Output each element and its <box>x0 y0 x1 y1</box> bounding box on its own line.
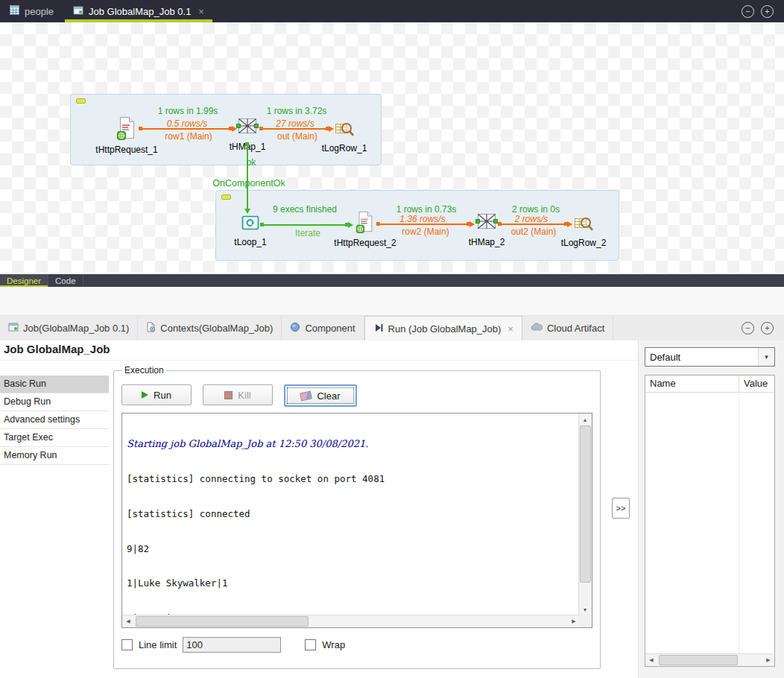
anchor-square <box>260 223 264 226</box>
job-icon <box>73 5 83 18</box>
tab-code[interactable]: Code <box>48 274 83 287</box>
context-panel: Default ▼ Name Value ◀ ▶ <box>638 340 784 678</box>
button-label: Kill <box>238 390 250 401</box>
group-collapse-handle[interactable] <box>221 194 231 200</box>
thmap-icon <box>236 115 259 139</box>
link-rate-label: 0.5 rows/s <box>167 118 208 129</box>
tab-label: Contexts(GlobalMap_Job) <box>160 323 273 334</box>
link-stat-label: 1 rows in 3.72s <box>267 106 327 116</box>
sidebar-item-basic-run[interactable]: Basic Run <box>0 376 109 393</box>
line-limit-label: Line limit <box>139 639 177 650</box>
anchor-square <box>376 222 380 226</box>
sidebar-item-target-exec[interactable]: Target Exec <box>0 429 109 447</box>
run-console[interactable]: Starting job GlobalMap_Job at 12:50 30/0… <box>121 413 592 628</box>
tab-component-view[interactable]: Component <box>282 316 364 340</box>
scroll-left-icon[interactable]: ◀ <box>645 654 657 666</box>
line-limit-checkbox[interactable] <box>121 639 133 650</box>
view-tab-bar: Job(GlobalMap_Job 0.1) Contexts(GlobalMa… <box>0 316 784 340</box>
button-label: Run <box>154 390 171 401</box>
context-dropdown[interactable]: Default ▼ <box>645 347 775 367</box>
eraser-icon <box>300 390 312 401</box>
clear-button[interactable]: Clear <box>284 384 357 407</box>
contexts-icon <box>146 322 156 335</box>
anchor-square <box>245 142 249 146</box>
scrollbar-thumb[interactable] <box>136 616 309 627</box>
run-mode-sidebar: Basic Run Debug Run Advanced settings Ta… <box>0 361 109 678</box>
maximize-icon[interactable]: + <box>761 5 774 18</box>
link-stat-label: 1 rows in 0.73s <box>396 204 457 215</box>
run-view-left: Job GlobalMap_Job Basic Run Debug Run Ad… <box>0 340 638 678</box>
scroll-right-icon[interactable]: ▶ <box>762 654 774 666</box>
console-vertical-scrollbar[interactable]: ▲ ▼ <box>578 414 592 615</box>
column-divider <box>739 392 739 654</box>
scroll-left-icon[interactable]: ◀ <box>122 615 134 627</box>
chevron-down-icon: ▼ <box>758 348 774 366</box>
column-header-name[interactable]: Name <box>645 376 739 392</box>
console-horizontal-scrollbar[interactable]: ◀ ▶ <box>122 615 580 627</box>
wrap-checkbox[interactable] <box>305 639 316 650</box>
link-name-label: out (Main) <box>277 131 317 142</box>
tab-people[interactable]: people <box>0 0 63 22</box>
component-tloop-1[interactable]: tLoop_1 <box>209 213 291 247</box>
run-icon <box>373 323 384 335</box>
talend-studio-window: people Job GlobalMap_Job 0.1 × − + t <box>0 0 784 678</box>
designer-code-bar: Designer Code <box>0 274 784 287</box>
play-icon <box>142 391 148 399</box>
expand-context-button[interactable]: >> <box>612 498 630 519</box>
sidebar-item-advanced-settings[interactable]: Advanced settings <box>0 411 109 429</box>
console-output: Starting job GlobalMap_Job at 12:50 30/0… <box>127 415 577 615</box>
scrollbar-thumb[interactable] <box>659 655 738 665</box>
tab-designer[interactable]: Designer <box>0 274 48 287</box>
sidebar-item-debug-run[interactable]: Debug Run <box>0 393 109 411</box>
expand-column: >> <box>604 361 638 678</box>
close-icon[interactable]: × <box>198 6 204 17</box>
tab-job-view[interactable]: Job(GlobalMap_Job 0.1) <box>0 316 138 340</box>
link-name-label: row1 (Main) <box>165 131 212 142</box>
column-header-value[interactable]: Value <box>739 376 774 392</box>
component-thttprequest-1[interactable]: tHttpRequest_1 <box>86 116 168 155</box>
console-line: 1|Luke Skywalker|1 <box>127 577 577 589</box>
scroll-down-icon[interactable]: ▼ <box>579 603 591 615</box>
tab-job-globalmap[interactable]: Job GlobalMap_Job 0.1 × <box>63 0 214 22</box>
component-label: tHttpRequest_1 <box>95 145 157 155</box>
sidebar-item-memory-run[interactable]: Memory Run <box>0 447 109 465</box>
component-label: tHttpRequest_2 <box>334 238 396 248</box>
execution-buttons: Run Kill Clear <box>121 384 592 407</box>
table-header: Name Value <box>645 376 774 393</box>
maximize-icon[interactable]: + <box>761 322 774 335</box>
anchor-square <box>259 127 263 130</box>
flow-link-iterate[interactable] <box>263 224 349 226</box>
component-thttprequest-2[interactable]: tHttpRequest_2 <box>324 211 406 248</box>
close-icon[interactable]: × <box>508 323 513 335</box>
context-variables-table[interactable]: Name Value ◀ ▶ <box>645 375 775 667</box>
link-stat-label: 1 rows in 1.99s <box>158 106 218 116</box>
trigger-link-oncomponentok[interactable] <box>247 144 248 209</box>
line-limit-input[interactable] <box>183 637 281 653</box>
arrowhead <box>348 222 353 228</box>
link-stat-label: 9 execs finished <box>273 204 337 215</box>
job-design-canvas[interactable]: tHttpRequest_1 tHMap_1 tLogRow_1 tLoop_1 <box>0 22 784 274</box>
table-icon <box>10 5 19 17</box>
console-options-row: Line limit Wrap <box>121 637 592 653</box>
scroll-right-icon[interactable]: ▶ <box>568 615 580 627</box>
group-collapse-handle[interactable] <box>76 98 86 104</box>
workspace-gap <box>0 287 784 316</box>
scrollbar-thumb[interactable] <box>580 425 591 583</box>
link-name-label: Iterate <box>295 228 320 238</box>
link-name-label: out2 (Main) <box>511 226 557 237</box>
tab-cloud-artifact-view[interactable]: Cloud Artifact <box>522 316 613 340</box>
table-horizontal-scrollbar[interactable]: ◀ ▶ <box>645 653 774 666</box>
anchor-square <box>139 127 142 130</box>
page-title: Job GlobalMap_Job <box>0 340 638 361</box>
minimize-icon[interactable]: − <box>742 322 754 335</box>
minimize-icon[interactable]: − <box>742 5 754 18</box>
stop-icon <box>224 391 233 399</box>
tab-contexts-view[interactable]: Contexts(GlobalMap_Job) <box>138 316 282 340</box>
anchor-square <box>498 222 502 226</box>
thttprequest-icon <box>355 211 376 235</box>
kill-button[interactable]: Kill <box>203 384 273 405</box>
tloop-icon <box>241 213 260 235</box>
scroll-up-icon[interactable]: ▲ <box>579 414 591 425</box>
run-button[interactable]: Run <box>121 384 192 405</box>
tab-run-view[interactable]: Run (Job GlobalMap_Job) × <box>364 316 522 340</box>
